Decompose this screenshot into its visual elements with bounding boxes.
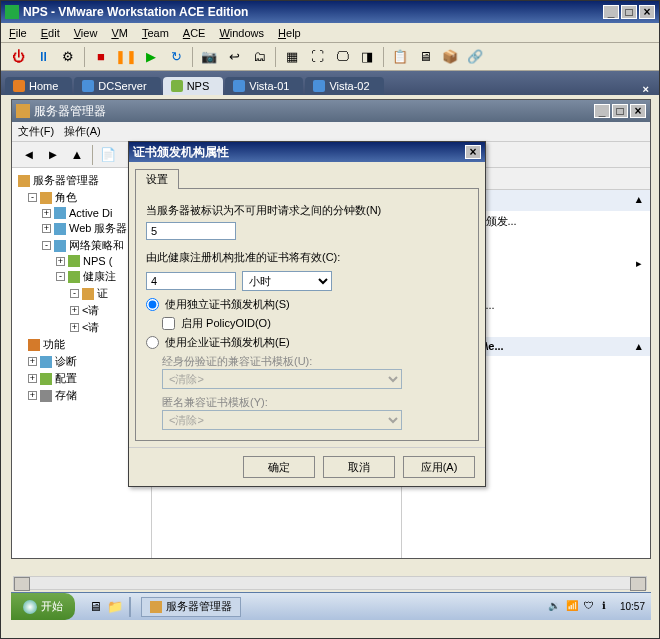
tab-dcserver[interactable]: DCServer [74,77,160,95]
server-icon [18,175,30,187]
cancel-button[interactable]: 取消 [323,456,395,478]
dialog-close-button[interactable]: × [465,145,481,159]
collapse-icon[interactable]: - [42,241,51,250]
sm-minimize-button[interactable]: _ [594,104,610,118]
minutes-input[interactable] [146,222,236,240]
unity-button[interactable]: ◨ [356,46,378,68]
console-button[interactable]: 🖥 [414,46,436,68]
maximize-button[interactable]: □ [621,5,637,19]
close-button[interactable]: × [639,5,655,19]
vm-icon [313,80,325,92]
radio-standalone-row: 使用独立证书颁发机构(S) [146,297,468,312]
expand-icon[interactable]: + [56,257,65,266]
pause-button[interactable]: ❚❚ [115,46,137,68]
quickswitch-button[interactable]: 🖵 [331,46,353,68]
back-button[interactable]: ◄ [18,144,40,166]
tray-shield-icon[interactable]: 🛡 [584,600,598,614]
summary-button[interactable]: 📋 [389,46,411,68]
tab-nps[interactable]: NPS [163,77,224,95]
revert-button[interactable]: ↩ [223,46,245,68]
expand-icon[interactable]: + [28,374,37,383]
collapse-icon[interactable]: - [56,272,65,281]
horizontal-scrollbar[interactable] [13,576,647,590]
expand-icon[interactable]: + [28,391,37,400]
label-auth-template: 经身份验证的兼容证书模板(U): [162,354,468,369]
sm-close-button[interactable]: × [630,104,646,118]
menu-windows[interactable]: Windows [219,27,264,39]
vmware-menubar: File Edit View VM Team ACE Windows Help [1,23,659,43]
vm-icon [82,80,94,92]
tab-vista01[interactable]: Vista-01 [225,77,303,95]
radio-standalone[interactable] [146,298,159,311]
taskbar: 开始 🖥 📁 服务器管理器 🔉 📶 🛡 ℹ 10:57 [11,592,651,620]
vmrc-button[interactable]: 🔗 [464,46,486,68]
quicklaunch-explorer[interactable]: 📁 [105,596,125,618]
minimize-button[interactable]: _ [603,5,619,19]
properties-button[interactable]: 📄 [97,144,119,166]
role-icon [54,207,66,219]
stop-button[interactable]: ■ [90,46,112,68]
menu-help[interactable]: Help [278,27,301,39]
expand-icon[interactable]: + [28,357,37,366]
settings-button[interactable]: ⚙ [57,46,79,68]
reset-button[interactable]: ↻ [165,46,187,68]
radio-enterprise-label: 使用企业证书颁发机构(E) [165,335,290,350]
tab-home[interactable]: Home [5,77,72,95]
radio-standalone-label: 使用独立证书颁发机构(S) [165,297,290,312]
dialog-titlebar[interactable]: 证书颁发机构属性 × [129,142,485,162]
checkbox-policyoid[interactable] [162,317,175,330]
tray-info-icon[interactable]: ℹ [602,600,616,614]
fullscreen-button[interactable]: ⛶ [306,46,328,68]
expand-icon[interactable]: + [70,323,79,332]
ok-button[interactable]: 确定 [243,456,315,478]
forward-button[interactable]: ► [42,144,64,166]
power-off-button[interactable]: ⏻ [7,46,29,68]
collapse-icon[interactable]: - [28,193,37,202]
close-tab-button[interactable]: × [637,83,655,95]
snapshot-mgr-button[interactable]: 🗂 [248,46,270,68]
appliance-button[interactable]: 📦 [439,46,461,68]
up-button[interactable]: ▲ [66,144,88,166]
toolbar-separator [92,145,93,165]
menu-team[interactable]: Team [142,27,169,39]
toolbar-separator [275,47,276,67]
tray-network-icon[interactable]: 📶 [566,600,580,614]
suspend-button[interactable]: ⏸ [32,46,54,68]
expand-icon[interactable]: + [42,209,51,218]
vmware-title: NPS - VMware Workstation ACE Edition [23,5,248,19]
radio-enterprise[interactable] [146,336,159,349]
tray-sound-icon[interactable]: 🔉 [548,600,562,614]
health-icon [68,271,80,283]
collapse-icon[interactable]: - [70,289,79,298]
quicklaunch-desktop[interactable]: 🖥 [85,596,105,618]
dialog-title: 证书颁发机构属性 [133,144,229,161]
menu-ace[interactable]: ACE [183,27,206,39]
menu-edit[interactable]: Edit [41,27,60,39]
apply-button[interactable]: 应用(A) [403,456,475,478]
menu-vm[interactable]: VM [111,27,128,39]
sidebar-button[interactable]: ▦ [281,46,303,68]
collapse-icon: ▴ [636,193,642,208]
sm-menu-action[interactable]: 操作(A) [64,124,101,139]
role-icon [54,240,66,252]
tray-clock[interactable]: 10:57 [620,601,645,612]
tab-vista02[interactable]: Vista-02 [305,77,383,95]
expand-icon[interactable]: + [42,224,51,233]
play-button[interactable]: ▶ [140,46,162,68]
duration-unit-select[interactable]: 小时 [242,271,332,291]
snapshot-button[interactable]: 📷 [198,46,220,68]
taskbar-server-manager[interactable]: 服务器管理器 [141,597,241,617]
toolbar-separator [192,47,193,67]
storage-icon [40,390,52,402]
tab-settings[interactable]: 设置 [135,169,179,189]
sm-maximize-button[interactable]: □ [612,104,628,118]
server-icon [150,601,162,613]
menu-view[interactable]: View [74,27,98,39]
menu-file[interactable]: File [9,27,27,39]
start-button[interactable]: 开始 [11,593,75,620]
folder-icon [40,192,52,204]
duration-input[interactable] [146,272,236,290]
expand-icon[interactable]: + [70,306,79,315]
sm-menu-file[interactable]: 文件(F) [18,124,54,139]
toolbar-separator [383,47,384,67]
